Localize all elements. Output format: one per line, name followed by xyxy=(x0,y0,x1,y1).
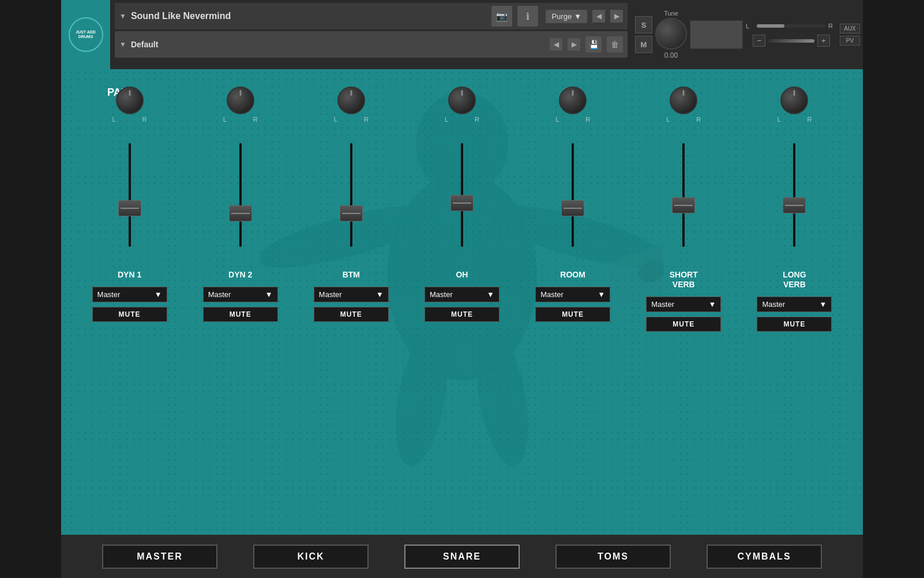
l-label-long-verb: L xyxy=(777,116,780,123)
master-dropdown-short-verb[interactable]: Master ▼ xyxy=(646,296,721,312)
master-dropdown-room[interactable]: Master ▼ xyxy=(535,287,610,302)
channel-strip-btm: L R BTM Master ▼ MUTE xyxy=(306,87,396,322)
lr-labels-oh: L R xyxy=(445,116,479,123)
right-controls: S M Tune 0.00 L R − xyxy=(632,0,863,69)
master-dropdown-dyn1[interactable]: Master ▼ xyxy=(92,287,167,302)
mute-button-short-verb[interactable]: MUTE xyxy=(646,317,721,332)
fader-track-oh[interactable] xyxy=(461,143,463,247)
preset-prev-button[interactable]: ◀ xyxy=(592,10,605,22)
channel-strip-long-verb: L R LONG VERB Master ▼ MUTE xyxy=(750,87,839,332)
purge-arrow-icon: ▼ xyxy=(574,12,581,21)
channel-name-short-verb: SHORT VERB xyxy=(670,270,698,290)
channel-strip-room: L R ROOM Master ▼ MUTE xyxy=(528,87,618,322)
l-label-oh: L xyxy=(445,116,448,123)
mute-button-btm[interactable]: MUTE xyxy=(314,307,389,322)
master-dropdown-dyn2[interactable]: Master ▼ xyxy=(203,287,278,302)
preset-name: Sound Like Nevermind xyxy=(131,11,490,21)
fader-track-room[interactable] xyxy=(572,143,574,247)
purge-label: Purge xyxy=(551,12,572,21)
pan-knob-oh[interactable] xyxy=(448,87,476,114)
r-label-long-verb: R xyxy=(807,116,812,123)
dropdown-arrow-dyn1: ▼ xyxy=(155,290,162,299)
lr-labels-room: L R xyxy=(555,116,590,123)
top-bar: JUST ADD DRUMS ▼ Sound Like Nevermind 📷 … xyxy=(61,0,863,69)
pan-knob-container-dyn1: L R xyxy=(112,87,147,123)
l-label-short-verb: L xyxy=(666,116,670,123)
plus-button[interactable]: + xyxy=(817,35,830,47)
delete-button[interactable]: 🗑 xyxy=(607,36,623,52)
mute-button-dyn1[interactable]: MUTE xyxy=(92,307,167,322)
fader-handle-dyn1[interactable] xyxy=(118,200,141,216)
pan-knob-container-dyn2: L R xyxy=(223,87,258,123)
nav-button-master[interactable]: MASTER xyxy=(102,545,217,569)
m-button[interactable]: M xyxy=(635,36,652,53)
channel-name-long-verb: LONG VERB xyxy=(783,270,806,290)
save-button[interactable]: 💾 xyxy=(585,36,602,52)
dropdown-arrow-long-verb: ▼ xyxy=(820,300,827,309)
fader-handle-room[interactable] xyxy=(561,200,584,216)
aux-button[interactable]: AUX xyxy=(840,24,860,33)
nav-button-cymbals[interactable]: CYMBALS xyxy=(707,545,822,569)
lr-labels-btm: L R xyxy=(334,116,369,123)
camera-button[interactable]: 📷 xyxy=(491,6,512,27)
channel-name-dyn1: DYN 1 xyxy=(118,270,141,280)
master-label-oh: Master xyxy=(430,290,453,299)
fader-track-dyn2[interactable] xyxy=(239,143,242,247)
sub-preset-next-button[interactable]: ▶ xyxy=(568,38,580,51)
logo-area: JUST ADD DRUMS xyxy=(61,0,110,69)
fader-handle-btm[interactable] xyxy=(340,205,363,222)
channel-name-oh: OH xyxy=(456,270,468,280)
tune-knob[interactable] xyxy=(655,18,687,50)
lr-track[interactable] xyxy=(757,24,826,28)
master-dropdown-btm[interactable]: Master ▼ xyxy=(314,287,389,302)
r-label-btm: R xyxy=(364,116,369,123)
nav-button-kick[interactable]: KICK xyxy=(253,545,369,569)
fader-track-long-verb[interactable] xyxy=(793,143,795,247)
pan-knob-btm[interactable] xyxy=(337,87,365,114)
mute-button-oh[interactable]: MUTE xyxy=(425,307,499,322)
master-dropdown-long-verb[interactable]: Master ▼ xyxy=(757,296,832,312)
channel-strip-short-verb: L R SHORT VERB Master ▼ MUTE xyxy=(639,87,728,332)
fader-track-short-verb[interactable] xyxy=(682,143,685,247)
pan-knob-dyn2[interactable] xyxy=(227,87,254,114)
tune-value: 0.00 xyxy=(664,51,678,59)
fader-handle-oh[interactable] xyxy=(450,195,474,211)
pan-knob-short-verb[interactable] xyxy=(670,87,697,114)
nav-button-toms[interactable]: TOMS xyxy=(555,545,671,569)
fader-handle-dyn2[interactable] xyxy=(229,205,252,222)
fader-track-btm[interactable] xyxy=(350,143,352,247)
pv-button[interactable]: PV xyxy=(840,36,860,46)
mute-button-dyn2[interactable]: MUTE xyxy=(203,307,278,322)
s-button[interactable]: S xyxy=(635,16,652,33)
preset-area: ▼ Sound Like Nevermind 📷 ℹ Purge ▼ ◀ ▶ ▼… xyxy=(110,0,632,69)
pan-knob-long-verb[interactable] xyxy=(780,87,808,114)
info-button[interactable]: ℹ xyxy=(517,6,538,27)
lr-labels-long-verb: L R xyxy=(777,116,812,123)
nav-button-snare[interactable]: SNARE xyxy=(404,545,520,569)
fader-handle-long-verb[interactable] xyxy=(783,197,806,213)
pan-knob-dyn1[interactable] xyxy=(116,87,144,114)
fader-track-dyn1[interactable] xyxy=(129,143,131,247)
fader-container-long-verb xyxy=(793,132,795,258)
channel-strip-oh: L R OH Master ▼ MUTE xyxy=(417,87,506,322)
master-label-long-verb: Master xyxy=(762,300,785,309)
fader-handle-short-verb[interactable] xyxy=(672,197,695,213)
chevron-down-icon: ▼ xyxy=(119,12,126,20)
r-label-short-verb: R xyxy=(696,116,701,123)
pan-knob-room[interactable] xyxy=(559,87,587,114)
preset-next-button[interactable]: ▶ xyxy=(610,10,623,22)
dropdown-arrow-room: ▼ xyxy=(598,290,605,299)
lr-labels-short-verb: L R xyxy=(666,116,701,123)
minus-button[interactable]: − xyxy=(753,35,765,47)
master-dropdown-oh[interactable]: Master ▼ xyxy=(425,287,499,302)
preset-row-main: ▼ Sound Like Nevermind 📷 ℹ Purge ▼ ◀ ▶ xyxy=(115,3,628,29)
mute-button-room[interactable]: MUTE xyxy=(535,307,610,322)
sub-preset-prev-button[interactable]: ◀ xyxy=(550,38,562,51)
corner-buttons: AUX PV xyxy=(840,24,860,46)
mute-button-long-verb[interactable]: MUTE xyxy=(757,317,832,332)
app-container: ✕ − JUST ADD DRUMS ▼ Sound Like Nevermin… xyxy=(61,0,863,578)
r-label-oh: R xyxy=(475,116,479,123)
purge-button[interactable]: Purge ▼ xyxy=(546,10,587,23)
l-label-btm: L xyxy=(334,116,337,123)
lr-slider-area: L R − + xyxy=(746,22,837,47)
